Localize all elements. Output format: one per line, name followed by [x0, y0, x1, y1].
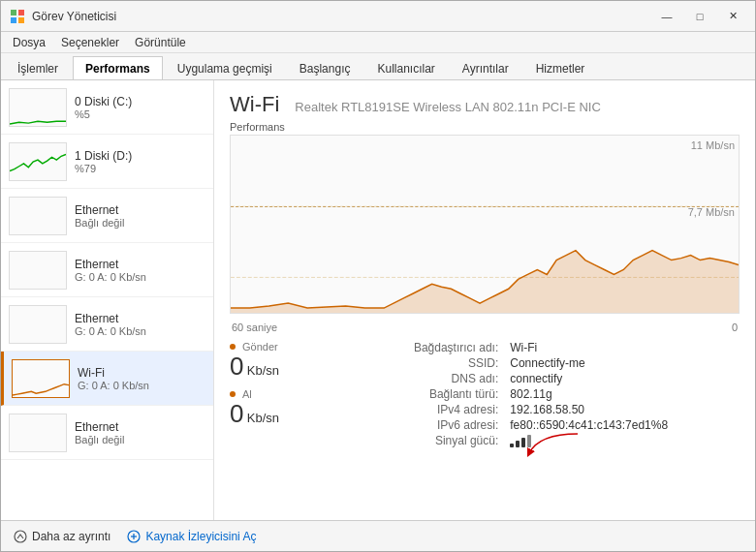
bottom-bar: Daha az ayrıntı Kaynak İzleyicisini Aç: [1, 520, 755, 551]
disk1-title: 1 Diski (D:): [75, 149, 205, 163]
disk1-thumbnail: [9, 142, 67, 181]
open-monitor-label: Kaynak İzleyicisini Aç: [145, 530, 256, 543]
chart-time-left: 60 saniye: [232, 322, 277, 333]
right-panel: Wi-Fi Realtek RTL8191SE Wireless LAN 802…: [214, 80, 755, 520]
sidebar-item-eth3[interactable]: Ethernet G: 0 A: 0 Kb/sn: [1, 297, 213, 352]
sidebar-item-eth1[interactable]: Ethernet Bağlı değil: [1, 189, 213, 243]
tab-users[interactable]: Kullanıcılar: [364, 56, 447, 79]
open-monitor-button[interactable]: Kaynak İzleyicisini Aç: [126, 529, 256, 544]
eth2-title: Ethernet: [75, 258, 205, 271]
send-item: Gönder 0 Kb/sn: [230, 341, 327, 381]
chart-mid-line: [231, 206, 739, 207]
disk0-subtitle: %5: [75, 108, 205, 120]
less-detail-button[interactable]: Daha az ayrıntı: [13, 529, 110, 544]
info-val-5: fe80::6590:4c41:c143:7ed1%8: [510, 418, 740, 432]
eth1-thumbnail: [9, 197, 67, 235]
wifi-thumbnail: [12, 359, 70, 398]
sidebar-item-wifi[interactable]: Wi-Fi G: 0 A: 0 Kb/sn: [1, 352, 213, 406]
panel-header: Wi-Fi Realtek RTL8191SE Wireless LAN 802…: [230, 92, 740, 117]
maximize-button[interactable]: □: [685, 6, 714, 27]
menu-view[interactable]: Görüntüle: [127, 34, 194, 51]
eth4-thumbnail: [9, 414, 67, 452]
disk0-info: 0 Diski (C:) %5: [75, 95, 205, 120]
svg-rect-1: [18, 10, 24, 15]
info-key-0: Bağdaştırıcı adı:: [342, 341, 498, 354]
close-button[interactable]: ✕: [718, 6, 747, 27]
eth3-thumbnail: [9, 305, 67, 344]
eth4-info: Ethernet Bağlı değil: [75, 420, 205, 445]
main-content: 0 Diski (C:) %5 1 Diski (D:) %79: [1, 80, 755, 520]
info-key-4: IPv4 adresi:: [342, 403, 498, 416]
svg-rect-0: [11, 10, 16, 15]
svg-rect-2: [11, 17, 16, 23]
less-detail-label: Daha az ayrıntı: [32, 530, 110, 543]
minimize-button[interactable]: —: [652, 6, 681, 27]
chart-mid-speed: 7,7 Mb/sn: [688, 206, 735, 218]
chart-time-right: 0: [732, 322, 738, 333]
disk1-subtitle: %79: [75, 163, 205, 174]
tab-processes[interactable]: İşlemler: [5, 56, 71, 79]
signal-bar-4: [527, 435, 531, 447]
performance-chart: 11 Mb/sn 7,7 Mb/sn: [230, 135, 740, 314]
eth4-subtitle: Bağlı değil: [75, 434, 205, 445]
details-section: Gönder 0 Kb/sn Al 0: [230, 341, 740, 450]
svg-rect-3: [18, 17, 24, 23]
sidebar-item-disk0[interactable]: 0 Diski (C:) %5: [1, 80, 213, 135]
eth1-subtitle: Bağlı değil: [75, 217, 205, 229]
signal-container: [510, 434, 531, 447]
info-val-4: 192.168.58.50: [510, 403, 740, 416]
tab-app-history[interactable]: Uygulama geçmişi: [165, 56, 285, 79]
info-table-container: Bağdaştırıcı adı: Wi-Fi SSID: Connectify…: [342, 341, 740, 450]
tab-startup[interactable]: Başlangıç: [287, 56, 363, 79]
sidebar-item-disk1[interactable]: 1 Diski (D:) %79: [1, 135, 213, 189]
sidebar: 0 Diski (C:) %5 1 Diski (D:) %79: [1, 80, 214, 520]
send-dot: [230, 344, 236, 350]
info-val-3: 802.11g: [510, 387, 740, 401]
monitor-icon: [126, 529, 142, 544]
tab-services[interactable]: Hizmetler: [523, 56, 598, 79]
eth2-info: Ethernet G: 0 A: 0 Kb/sn: [75, 258, 205, 283]
wifi-title: Wi-Fi: [78, 366, 205, 380]
recv-dot: [230, 391, 236, 397]
eth3-subtitle: G: 0 A: 0 Kb/sn: [75, 325, 205, 337]
svg-marker-6: [231, 251, 739, 313]
signal-bar-2: [516, 441, 520, 447]
chart-perf-label: Performans: [230, 121, 740, 133]
send-label: Gönder: [230, 341, 327, 353]
menu-options[interactable]: Seçenekler: [53, 34, 127, 51]
recv-item: Al 0 Kb/sn: [230, 388, 327, 428]
window-title: Görev Yöneticisi: [32, 10, 652, 23]
tab-bar: İşlemler Performans Uygulama geçmişi Baş…: [1, 53, 755, 80]
eth2-subtitle: G: 0 A: 0 Kb/sn: [75, 271, 205, 283]
panel-device: Realtek RTL8191SE Wireless LAN 802.11n P…: [295, 100, 601, 114]
eth3-info: Ethernet G: 0 A: 0 Kb/sn: [75, 312, 205, 337]
tab-details[interactable]: Ayrıntılar: [450, 56, 521, 79]
recv-unit: Kb/sn: [247, 411, 279, 425]
menu-file[interactable]: Dosya: [5, 34, 53, 51]
disk0-thumbnail: [9, 88, 67, 127]
info-table: Bağdaştırıcı adı: Wi-Fi SSID: Connectify…: [342, 341, 740, 450]
signal-bar-1: [510, 444, 514, 447]
wifi-info: Wi-Fi G: 0 A: 0 Kb/sn: [78, 366, 205, 391]
title-bar: Görev Yöneticisi — □ ✕: [1, 1, 755, 32]
sidebar-item-eth4[interactable]: Ethernet Bağlı değil: [1, 406, 213, 460]
sidebar-scroll[interactable]: 0 Diski (C:) %5 1 Diski (D:) %79: [1, 80, 213, 520]
chart-time-labels: 60 saniye 0: [230, 322, 740, 333]
eth1-info: Ethernet Bağlı değil: [75, 203, 205, 229]
send-unit: Kb/sn: [247, 363, 279, 378]
info-val-signal: [510, 434, 740, 450]
info-val-2: connectify: [510, 372, 740, 385]
disk0-title: 0 Diski (C:): [75, 95, 205, 108]
recv-label: Al: [230, 388, 327, 400]
chart-container: Performans 11 Mb/sn 7,7 Mb/sn: [230, 121, 740, 333]
send-recv-panel: Gönder 0 Kb/sn Al 0: [230, 341, 327, 450]
info-key-2: DNS adı:: [342, 372, 498, 385]
sidebar-item-eth2[interactable]: Ethernet G: 0 A: 0 Kb/sn: [1, 243, 213, 297]
signal-bars: [510, 434, 531, 447]
panel-title: Wi-Fi: [230, 92, 279, 117]
eth1-title: Ethernet: [75, 203, 205, 217]
eth2-thumbnail: [9, 251, 67, 290]
info-key-1: SSID:: [342, 356, 498, 370]
info-key-5: IPv6 adresi:: [342, 418, 498, 432]
tab-performance[interactable]: Performans: [73, 56, 163, 79]
